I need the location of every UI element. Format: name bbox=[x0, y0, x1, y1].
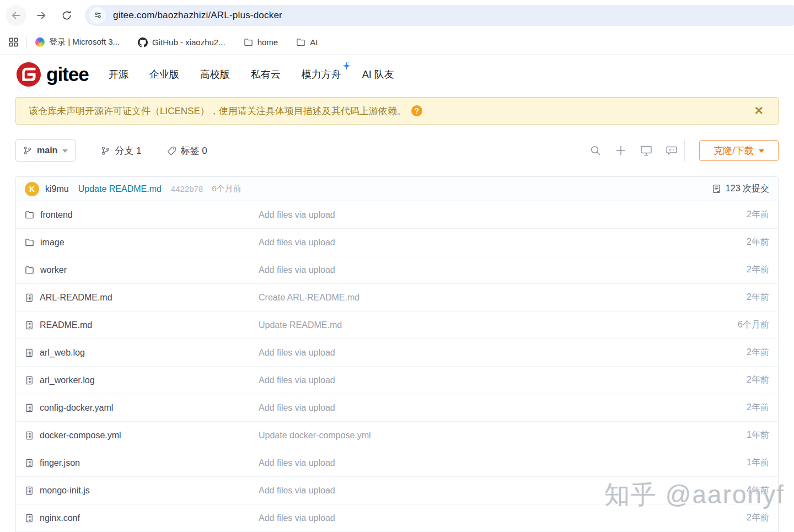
branches-label: 分支 1 bbox=[115, 144, 141, 157]
clone-download-button[interactable]: 克隆/下载 bbox=[699, 140, 779, 161]
close-icon[interactable]: ✕ bbox=[747, 104, 770, 117]
clone-download-label: 克隆/下载 bbox=[713, 144, 754, 157]
file-row[interactable]: config-docker.yamlAdd files via upload2年… bbox=[16, 394, 778, 422]
file-icon bbox=[25, 459, 34, 467]
site-settings-icon[interactable] bbox=[89, 7, 106, 24]
bookmark-item[interactable]: AI bbox=[296, 37, 318, 47]
forward-arrow-icon bbox=[35, 9, 47, 22]
file-icon bbox=[25, 321, 34, 330]
branch-selector[interactable]: main bbox=[15, 139, 76, 162]
file-name[interactable]: frontend bbox=[40, 210, 73, 220]
file-row[interactable]: README.mdUpdate README.md6个月前 bbox=[16, 311, 778, 339]
commit-message-link[interactable]: Add files via upload bbox=[259, 486, 335, 496]
reload-button[interactable] bbox=[56, 5, 77, 26]
nav-item[interactable]: 企业版 bbox=[149, 68, 179, 81]
commit-message-link[interactable]: Create ARL-README.md bbox=[259, 293, 360, 303]
repo-action-icons bbox=[589, 144, 678, 157]
tag-icon bbox=[167, 146, 176, 155]
apps-grid-icon[interactable] bbox=[9, 37, 18, 47]
bookmark-item[interactable]: GitHub - xiaozhu2... bbox=[138, 37, 226, 47]
file-name[interactable]: config-docker.yaml bbox=[40, 403, 113, 413]
file-icon bbox=[25, 293, 34, 302]
folder-icon bbox=[25, 210, 34, 219]
file-row[interactable]: nginx.confAdd files via upload2年前 bbox=[16, 504, 778, 532]
file-row[interactable]: docker-compose.ymlUpdate docker-compose.… bbox=[16, 422, 778, 449]
folder-icon bbox=[296, 37, 305, 47]
license-warning-banner: 该仓库未声明开源许可证文件（LICENSE），使用请关注具体项目描述及其代码上游… bbox=[15, 97, 779, 125]
commits-count-link[interactable]: 123 次提交 bbox=[712, 183, 769, 195]
commit-message-link[interactable]: Add files via upload bbox=[259, 348, 335, 358]
file-name-cell: arl_web.log bbox=[25, 348, 259, 358]
help-icon[interactable]: ? bbox=[411, 105, 422, 116]
branches-link[interactable]: 分支 1 bbox=[101, 144, 141, 157]
nav-item[interactable]: 模力方舟 bbox=[302, 68, 341, 81]
commits-count-label: 123 次提交 bbox=[726, 183, 769, 195]
commit-message-link[interactable]: Update README.md bbox=[78, 184, 162, 194]
file-name[interactable]: docker-compose.yml bbox=[40, 431, 121, 440]
feedback-icon[interactable] bbox=[666, 144, 678, 157]
file-name-cell: image bbox=[25, 238, 259, 248]
commit-message-link[interactable]: Update README.md bbox=[259, 320, 342, 330]
file-name[interactable]: mongo-init.js bbox=[40, 486, 90, 496]
github-icon bbox=[138, 37, 148, 47]
commit-message-link[interactable]: Update docker-compose.yml bbox=[259, 431, 371, 440]
file-name[interactable]: README.md bbox=[40, 320, 92, 330]
file-name[interactable]: ARL-README.md bbox=[40, 293, 112, 303]
nav-item[interactable]: AI 队友 bbox=[362, 68, 394, 81]
file-name[interactable]: nginx.conf bbox=[40, 513, 80, 523]
gitee-nav: 开源企业版高校版私有云模力方舟AI 队友 bbox=[109, 68, 394, 81]
url-bar[interactable]: gitee.com/baozhazhizi/ARL-plus-docker bbox=[85, 5, 794, 26]
commit-message-link[interactable]: Add files via upload bbox=[259, 210, 335, 220]
commit-message-link[interactable]: Add files via upload bbox=[259, 513, 335, 523]
file-row[interactable]: ARL-README.mdCreate ARL-README.md2年前 bbox=[16, 284, 778, 311]
commit-message-link[interactable]: Add files via upload bbox=[259, 265, 335, 275]
current-branch: main bbox=[37, 146, 57, 155]
file-row[interactable]: imageAdd files via upload2年前 bbox=[16, 229, 778, 256]
gitee-logo[interactable]: gitee bbox=[17, 62, 89, 87]
file-name[interactable]: arl_worker.log bbox=[40, 375, 95, 385]
nav-item[interactable]: 开源 bbox=[109, 68, 128, 81]
file-row[interactable]: arl_web.logAdd files via upload2年前 bbox=[16, 339, 778, 367]
tags-link[interactable]: 标签 0 bbox=[167, 144, 207, 157]
file-row[interactable]: frontendAdd files via upload2年前 bbox=[16, 201, 778, 229]
commit-sha: 4422b78 bbox=[171, 184, 203, 194]
commit-message-link[interactable]: Add files via upload bbox=[259, 403, 335, 413]
file-name-cell: docker-compose.yml bbox=[25, 431, 259, 440]
nav-item[interactable]: 高校版 bbox=[200, 68, 230, 81]
forward-button[interactable] bbox=[31, 5, 52, 26]
file-list: frontendAdd files via upload2年前imageAdd … bbox=[16, 201, 778, 532]
file-row[interactable]: arl_worker.logAdd files via upload2年前 bbox=[16, 367, 778, 394]
url-text: gitee.com/baozhazhizi/ARL-plus-docker bbox=[113, 10, 282, 21]
file-name-cell: mongo-init.js bbox=[25, 486, 259, 496]
bookmark-item[interactable]: home bbox=[244, 37, 278, 47]
folder-icon bbox=[25, 238, 34, 247]
back-arrow-icon bbox=[10, 9, 22, 22]
search-icon[interactable] bbox=[589, 144, 602, 157]
file-name[interactable]: finger.json bbox=[40, 458, 80, 468]
nav-item[interactable]: 私有云 bbox=[251, 68, 281, 81]
monitor-icon[interactable] bbox=[640, 144, 652, 157]
commit-message-link[interactable]: Add files via upload bbox=[259, 375, 335, 385]
file-row[interactable]: finger.jsonAdd files via upload1年前 bbox=[16, 449, 778, 477]
back-button[interactable] bbox=[6, 5, 26, 26]
sparkle-icon bbox=[342, 61, 351, 73]
commit-message-link[interactable]: Add files via upload bbox=[259, 458, 335, 468]
avatar[interactable]: K bbox=[25, 182, 39, 196]
browser-toolbar: gitee.com/baozhazhizi/ARL-plus-docker bbox=[0, 0, 794, 30]
bookmark-item[interactable]: 登录 | Microsoft 3... bbox=[35, 37, 120, 47]
folder-icon bbox=[25, 265, 34, 275]
commit-time: 6个月前 bbox=[212, 184, 241, 194]
plus-icon[interactable] bbox=[615, 144, 627, 157]
file-name-cell: arl_worker.log bbox=[25, 375, 259, 385]
file-time: 2年前 bbox=[747, 209, 769, 221]
chevron-down-icon bbox=[62, 149, 68, 153]
file-name-cell: ARL-README.md bbox=[25, 293, 259, 303]
file-name[interactable]: worker bbox=[40, 265, 67, 275]
file-row[interactable]: mongo-init.jsAdd files via upload4年前 bbox=[16, 477, 778, 504]
commit-message-link[interactable]: Add files via upload bbox=[259, 238, 335, 248]
file-name[interactable]: arl_web.log bbox=[40, 348, 85, 358]
commit-author[interactable]: ki9mu bbox=[45, 184, 69, 194]
file-row[interactable]: workerAdd files via upload2年前 bbox=[16, 256, 778, 284]
file-name[interactable]: image bbox=[40, 238, 65, 248]
file-name-cell: config-docker.yaml bbox=[25, 403, 259, 413]
